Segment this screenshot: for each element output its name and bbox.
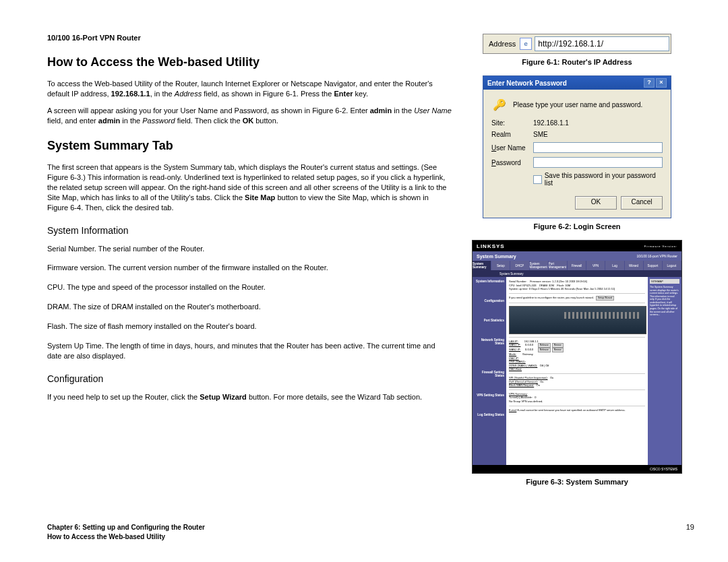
tab-firewall[interactable]: Firewall (568, 261, 586, 270)
figure-2-caption: Figure 6-2: Login Screen (534, 222, 621, 230)
model-title: 10/100 16-port VPN Router (636, 254, 677, 258)
address-input[interactable]: http://192.168.1.1/ (535, 36, 669, 51)
tab-system-summary[interactable]: System Summary (473, 261, 491, 270)
item-dram: DRAM. The size of DRAM installed on the … (47, 302, 452, 312)
main-tabs: System Summary Setup DHCP System Managem… (473, 261, 681, 270)
tab-support[interactable]: Support (644, 261, 663, 270)
page-title: System Summary (477, 254, 516, 259)
cancel-button[interactable]: Cancel (621, 196, 663, 210)
cisco-logo: CISCO SYSTEMS (650, 467, 677, 471)
help-button[interactable]: ? (644, 78, 655, 88)
item-cpu: CPU. The type and speed of the processor… (47, 282, 452, 292)
sub-tab: System Summary (473, 270, 681, 277)
figure-1-caption: Figure 6-1: Router's IP Address (522, 58, 632, 66)
page-number: 19 (686, 523, 694, 542)
tab-logout[interactable]: Logout (663, 261, 681, 270)
product-header: 10/100 16-Port VPN Router (47, 34, 452, 42)
tab-log[interactable]: Log (605, 261, 624, 270)
ok-button[interactable]: OK (575, 196, 617, 210)
item-flash: Flash. The size of flash memory installe… (47, 321, 452, 332)
dialog-title: Enter Network Password (487, 80, 567, 87)
release-button[interactable]: Release (538, 343, 551, 348)
footer-chapter: Chapter 6: Setting up and Configuring th… (47, 523, 205, 532)
sitemap-button[interactable]: SITEMAP (650, 279, 679, 284)
item-firmware: Firmware version. The current version nu… (47, 263, 452, 273)
address-label: Address (483, 40, 520, 48)
subhead-sysinfo: System Information (47, 225, 452, 236)
figure-3-caption: Figure 6-3: System Summary (526, 478, 628, 486)
figure-2-login-dialog: Enter Network Password ? × 🔑 Please type… (483, 75, 671, 218)
para-access-2: A screen will appear asking you for your… (47, 106, 452, 126)
item-uptime: System Up Time. The length of time in da… (47, 341, 452, 361)
username-input[interactable] (533, 142, 663, 153)
key-icon: 🔑 (491, 96, 508, 113)
para-access-1: To access the Web-based Utility of the R… (47, 79, 452, 99)
tab-dhcp[interactable]: DHCP (510, 261, 529, 270)
realm-label: Realm (491, 131, 533, 138)
realm-value: SME (533, 131, 663, 138)
close-button[interactable]: × (656, 78, 667, 88)
ie-page-icon: e (520, 38, 532, 50)
tab-setup[interactable]: Setup (491, 261, 510, 270)
help-sidebar: SITEMAP The System Summary screen displa… (648, 277, 681, 473)
heading-summary: System Summary Tab (47, 139, 452, 153)
tab-wizard[interactable]: Wizard (625, 261, 644, 270)
username-label: User Name (491, 144, 533, 152)
save-password-checkbox[interactable] (533, 175, 542, 184)
password-input[interactable] (533, 157, 663, 168)
tab-system-management[interactable]: System Management (530, 261, 549, 270)
save-password-label: Save this password in your password list (545, 172, 663, 187)
router-image (509, 306, 646, 334)
site-value: 192.168.1.1 (533, 119, 663, 127)
tab-port-management[interactable]: Port Management (549, 261, 568, 270)
renew-button[interactable]: Renew (552, 343, 564, 348)
password-label: Password (491, 159, 533, 166)
footer-subtitle: How to Access the Web-based Utility (47, 532, 205, 542)
figure-3-system-summary: LINKSYS Firmware Version: System Summary… (472, 240, 682, 474)
tab-vpn[interactable]: VPN (586, 261, 605, 270)
para-config: If you need help to set up the Router, c… (47, 392, 452, 402)
setup-wizard-button[interactable]: Setup Wizard (596, 296, 614, 301)
dialog-prompt: Please type your user name and password. (513, 101, 642, 108)
brand-logo: LINKSYS (477, 243, 505, 249)
firmware-version-label: Firmware Version: (644, 245, 677, 248)
section-labels: System Information Configuration Port St… (473, 277, 506, 473)
figure-1-address-bar: Address e http://192.168.1.1/ (483, 34, 671, 54)
summary-content: Serial Number: Firmware version: 1.2.3 (… (506, 277, 648, 473)
item-serial: Serial Number. The serial number of the … (47, 244, 452, 254)
subhead-config: Configuration (47, 373, 452, 384)
site-label: Site: (491, 119, 533, 127)
heading-access: How to Access the Web-based Utility (47, 55, 452, 69)
para-summary-1: The first screen that appears is the Sys… (47, 162, 452, 212)
